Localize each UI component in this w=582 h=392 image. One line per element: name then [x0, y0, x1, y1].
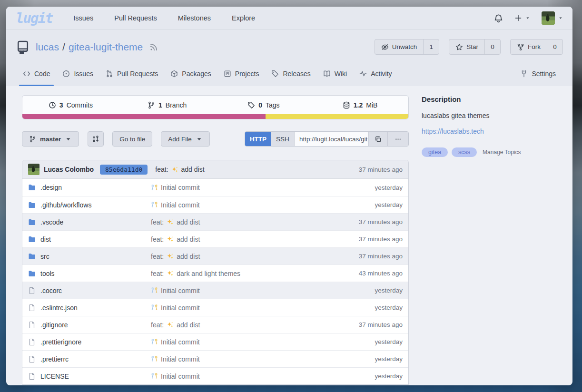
file-row[interactable]: .gitignore feat: add dist 37 minutes ago [22, 316, 408, 333]
file-commit-message[interactable]: feat: add dist [151, 218, 331, 226]
file-commit-message-text[interactable]: Initial commit [161, 372, 200, 380]
language-bar[interactable] [22, 114, 408, 119]
nav-item[interactable]: Issues [73, 14, 93, 22]
repo-tab[interactable]: Packages [164, 61, 217, 86]
file-commit-message-text[interactable]: dark and light themes [177, 270, 240, 277]
file-row[interactable]: dist feat: add dist 37 minutes ago [22, 230, 408, 247]
add-file-button[interactable]: Add File [161, 131, 210, 147]
repo-stat[interactable]: 0 Tags [216, 96, 312, 114]
file-commit-message[interactable]: Initial commit [151, 287, 331, 294]
file-commit-message[interactable]: Initial commit [151, 184, 331, 191]
file-name-link[interactable]: .eslintrc.json [40, 304, 78, 312]
file-name-cell[interactable]: dist [28, 235, 151, 243]
file-commit-message-text[interactable]: Initial commit [161, 287, 200, 294]
nav-item[interactable]: Milestones [178, 14, 211, 22]
go-to-file-button[interactable]: Go to file [112, 131, 152, 147]
repo-stat[interactable]: 3 Commits [22, 96, 119, 114]
file-name-link[interactable]: .gitignore [40, 321, 68, 329]
compare-button[interactable] [88, 131, 104, 147]
file-row[interactable]: src feat: add dist 37 minutes ago [22, 247, 408, 265]
file-name-cell[interactable]: .cocorc [28, 287, 151, 294]
file-name-cell[interactable]: LICENSE [28, 372, 151, 380]
commit-author-name[interactable]: Lucas Colombo [44, 166, 94, 173]
file-name-cell[interactable]: .prettierignore [28, 338, 151, 346]
topic-pill[interactable]: gitea [422, 147, 448, 157]
repo-tab[interactable]: Wiki [317, 61, 353, 86]
file-commit-message[interactable]: feat: add dist [151, 235, 331, 243]
file-name-link[interactable]: .design [40, 184, 62, 191]
repo-action-button[interactable]: Fork 0 [510, 39, 563, 55]
file-name-link[interactable]: .prettierrc [40, 355, 69, 363]
create-new-menu[interactable] [514, 14, 530, 22]
file-row[interactable]: .vscode feat: add dist 37 minutes ago [22, 213, 408, 230]
repo-owner-link[interactable]: lucas [36, 41, 59, 52]
repo-stat[interactable]: 1 Branch [119, 96, 216, 114]
file-name-link[interactable]: .github/workflows [40, 201, 91, 209]
file-name-cell[interactable]: .github/workflows [28, 201, 151, 209]
file-name-link[interactable]: dist [40, 235, 51, 243]
repo-action-button[interactable]: Star 0 [449, 39, 501, 55]
repo-website-link[interactable]: https://lucaslabs.tech [422, 127, 557, 135]
file-name-cell[interactable]: .design [28, 184, 151, 191]
file-name-cell[interactable]: src [28, 253, 151, 260]
site-logo[interactable]: lugit [16, 10, 52, 26]
nav-item[interactable]: Pull Requests [114, 14, 157, 22]
file-commit-message-text[interactable]: add dist [177, 218, 200, 226]
file-commit-message-text[interactable]: add dist [177, 321, 200, 329]
file-name-cell[interactable]: .vscode [28, 218, 151, 226]
file-row[interactable]: .prettierignore Initial commit yesterday [22, 333, 408, 350]
file-commit-message-text[interactable]: Initial commit [161, 355, 200, 363]
file-commit-message[interactable]: Initial commit [151, 201, 331, 209]
rss-feed-icon[interactable] [149, 43, 158, 51]
commit-author-avatar[interactable] [28, 164, 39, 175]
repo-action-count[interactable]: 1 [423, 39, 439, 54]
file-commit-message[interactable]: Initial commit [151, 355, 331, 363]
branch-selector[interactable]: master [22, 131, 79, 147]
tab-settings[interactable]: Settings [514, 61, 562, 86]
file-name-link[interactable]: LICENSE [40, 372, 69, 380]
repo-name-link[interactable]: gitea-lugit-theme [69, 41, 143, 52]
repo-tab[interactable]: Activity [353, 61, 398, 86]
clone-ssh-button[interactable]: SSH [271, 132, 295, 146]
repo-stat[interactable]: 1.2 MiB [312, 96, 408, 114]
manage-topics-link[interactable]: Manage Topics [483, 149, 521, 156]
file-commit-message-text[interactable]: Initial commit [161, 304, 200, 312]
copy-url-button[interactable] [368, 132, 387, 146]
file-row[interactable]: .design Initial commit yesterday [22, 179, 408, 196]
file-name-link[interactable]: .vscode [40, 218, 63, 226]
file-commit-message-text[interactable]: add dist [177, 253, 200, 260]
file-row[interactable]: .eslintrc.json Initial commit yesterday [22, 299, 408, 316]
topic-pill[interactable]: scss [452, 147, 477, 157]
file-commit-message[interactable]: Initial commit [151, 338, 331, 346]
file-commit-message-text[interactable]: Initial commit [161, 338, 200, 346]
repo-tab[interactable]: Code [17, 61, 56, 86]
file-row[interactable]: .prettierrc Initial commit yesterday [22, 350, 408, 367]
file-name-link[interactable]: src [40, 253, 49, 260]
repo-tab[interactable]: Releases [265, 61, 316, 86]
file-commit-message-text[interactable]: Initial commit [161, 184, 200, 191]
repo-action-count[interactable]: 0 [484, 39, 500, 54]
file-commit-message[interactable]: feat: add dist [151, 321, 331, 329]
file-commit-message[interactable]: feat: dark and light themes [151, 270, 331, 277]
file-commit-message[interactable]: Initial commit [151, 304, 331, 312]
repo-tab[interactable]: Pull Requests [99, 61, 164, 86]
file-name-link[interactable]: .cocorc [40, 287, 62, 294]
notifications-bell-icon[interactable] [494, 14, 503, 23]
file-name-cell[interactable]: tools [28, 270, 151, 277]
file-name-cell[interactable]: .prettierrc [28, 355, 151, 363]
file-commit-message-text[interactable]: Initial commit [161, 201, 200, 209]
file-commit-message-text[interactable]: add dist [177, 235, 200, 243]
file-name-cell[interactable]: .gitignore [28, 321, 151, 329]
repo-tab[interactable]: Issues [56, 61, 99, 86]
commit-message[interactable]: feat: add dist [155, 166, 204, 173]
more-options-button[interactable] [387, 132, 408, 146]
file-row[interactable]: LICENSE Initial commit yesterday [22, 367, 408, 384]
file-commit-message[interactable]: Initial commit [151, 372, 331, 380]
commit-hash-badge[interactable]: 85e6da11d0 [100, 165, 148, 175]
repo-action-count[interactable]: 0 [547, 39, 562, 54]
file-name-cell[interactable]: .eslintrc.json [28, 304, 151, 312]
file-name-link[interactable]: tools [40, 270, 55, 277]
clone-http-button[interactable]: HTTP [245, 132, 271, 146]
clone-url-field[interactable]: http://lugit.local/lucas/git [295, 132, 368, 146]
file-row[interactable]: .cocorc Initial commit yesterday [22, 282, 408, 299]
